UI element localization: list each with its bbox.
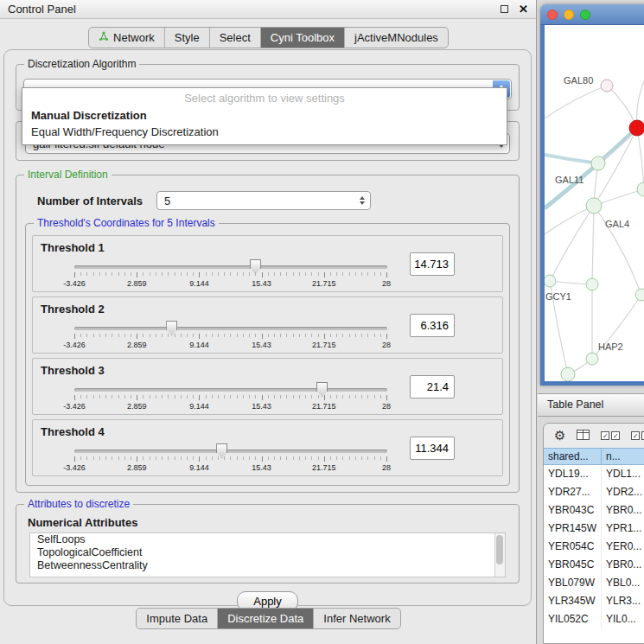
- tab-discretize-data[interactable]: Discretize Data: [217, 609, 313, 628]
- table-row[interactable]: YBR045CYBR0...: [544, 556, 644, 574]
- table-cell[interactable]: YDR2...: [602, 483, 644, 501]
- axis-label: -3.426: [63, 402, 86, 411]
- network-node[interactable]: [586, 278, 598, 290]
- table-cell[interactable]: YDL19...: [544, 465, 602, 483]
- network-node[interactable]: [635, 289, 644, 301]
- group-title: Discretization Algorithm: [24, 58, 139, 70]
- column-header-name[interactable]: n...: [602, 448, 644, 465]
- float-window-icon[interactable]: [501, 5, 508, 13]
- slider-track[interactable]: [74, 450, 387, 453]
- tab-infer-network[interactable]: Infer Network: [313, 609, 399, 628]
- slider-track[interactable]: [74, 388, 387, 392]
- network-window-titlebar[interactable]: [540, 4, 644, 25]
- network-node[interactable]: [586, 353, 598, 365]
- tab-label: Select: [220, 31, 251, 44]
- network-canvas[interactable]: GAL80GAL11GAL4GCY1HAP2: [545, 25, 644, 381]
- table-cell[interactable]: YIL0...: [602, 610, 644, 628]
- table-browser-window: ⚙ ✓ ✓ ✓ shared... n... YDL19...YDL1...YD…: [543, 423, 644, 644]
- table-row[interactable]: YBL079WYBL0...: [544, 574, 644, 592]
- table-cell[interactable]: YPR145W: [544, 520, 602, 538]
- table-cell[interactable]: YPR1...: [602, 520, 644, 538]
- table-cell[interactable]: YBL079W: [544, 574, 602, 592]
- network-node[interactable]: [591, 156, 605, 170]
- threshold-slider[interactable]: -3.4262.8599.14415.4321.71528: [74, 320, 387, 353]
- table-cell[interactable]: YBL0...: [602, 574, 644, 592]
- dropdown-option-equal-width[interactable]: Equal Width/Frequency Discretization: [22, 124, 507, 140]
- axis-label: -3.426: [63, 279, 86, 288]
- slider-track[interactable]: [74, 265, 387, 269]
- attributes-scrollbar[interactable]: [494, 533, 505, 577]
- slider-track[interactable]: [74, 327, 387, 330]
- table-cell[interactable]: YIL052C: [544, 610, 602, 628]
- threshold-slider[interactable]: -3.4262.8599.14415.4321.71528: [74, 443, 387, 475]
- tab-select[interactable]: Select: [209, 28, 260, 48]
- tab-label: Style: [175, 31, 200, 44]
- gear-icon[interactable]: ⚙: [554, 428, 565, 443]
- threshold-value-field[interactable]: [410, 252, 455, 276]
- threshold-value-field[interactable]: [410, 437, 455, 460]
- zoom-traffic-light-icon[interactable]: [580, 10, 590, 20]
- close-traffic-light-icon[interactable]: [547, 10, 558, 20]
- table-cell[interactable]: YBR0...: [602, 556, 644, 574]
- list-item[interactable]: SelfLoops: [30, 533, 505, 546]
- group-title: Interval Definition: [24, 169, 112, 181]
- network-node[interactable]: [629, 120, 644, 136]
- column-header-shared-name[interactable]: shared...: [544, 448, 602, 465]
- tab-style[interactable]: Style: [164, 28, 209, 48]
- network-node[interactable]: [545, 275, 556, 287]
- network-edge: [545, 206, 594, 234]
- network-svg: GAL80GAL11GAL4GCY1HAP2: [545, 25, 644, 381]
- threshold-label: Threshold 4: [41, 425, 105, 438]
- select-columns-icon[interactable]: ✓ ✓: [601, 431, 620, 440]
- threshold-panel: Threshold 3 -3.4262.8599.14415.4321.7152…: [32, 358, 503, 415]
- table-cell[interactable]: YBR0...: [602, 501, 644, 520]
- table-panel-titlebar: Table Panel: [538, 393, 644, 417]
- table-cell[interactable]: YER0...: [602, 538, 644, 556]
- table-row[interactable]: YDL19...YDL1...: [544, 465, 644, 483]
- tab-jactivemnodules[interactable]: jActiveMNodules: [344, 28, 448, 48]
- network-node[interactable]: [637, 182, 644, 196]
- tab-cyni-toolbox[interactable]: Cyni Toolbox: [260, 28, 344, 48]
- threshold-label: Threshold 1: [41, 241, 105, 254]
- attributes-list[interactable]: SelfLoopsTopologicalCoefficientBetweenne…: [29, 532, 506, 577]
- select-rows-icon[interactable]: ✓: [631, 431, 644, 440]
- threshold-value-field[interactable]: [410, 314, 455, 337]
- network-node[interactable]: [601, 80, 613, 92]
- list-item[interactable]: TopologicalCoefficient: [30, 546, 505, 559]
- table-row[interactable]: YPR145WYPR1...: [544, 520, 644, 538]
- axis-label: 21.715: [312, 341, 336, 349]
- threshold-slider[interactable]: -3.4262.8599.14415.4321.71528: [74, 258, 387, 291]
- table-row[interactable]: YBR043CYBR0...: [544, 501, 644, 520]
- tab-label: jActiveMNodules: [354, 31, 438, 44]
- threshold-value-field[interactable]: [410, 375, 455, 399]
- minimize-traffic-light-icon[interactable]: [564, 10, 574, 20]
- thresholds-group: Threshold's Coordinates for 5 Intervals …: [25, 223, 510, 486]
- scrollbar-thumb[interactable]: [496, 535, 503, 564]
- table-row[interactable]: YDR27...YDR2...: [544, 483, 644, 501]
- table-cell[interactable]: YLR3...: [602, 592, 644, 610]
- checkbox-icon: ✓: [601, 431, 609, 440]
- network-view-window: GAL80GAL11GAL4GCY1HAP2: [540, 4, 644, 386]
- axis-label: 2.859: [127, 402, 147, 411]
- network-node[interactable]: [586, 198, 602, 214]
- table-cell[interactable]: YBR045C: [544, 556, 602, 574]
- list-item[interactable]: BetweennessCentrality: [30, 559, 505, 572]
- tab-impute-data[interactable]: Impute Data: [137, 609, 217, 628]
- num-intervals-combobox[interactable]: 5: [156, 191, 371, 210]
- network-node[interactable]: [561, 367, 575, 381]
- dropdown-option-manual[interactable]: Manual Discretization: [22, 107, 507, 124]
- table-cell[interactable]: YDR27...: [544, 483, 602, 501]
- table-row[interactable]: YLR345WYLR3...: [544, 592, 644, 610]
- table-cell[interactable]: YLR345W: [544, 592, 602, 610]
- table-row[interactable]: YIL052CYIL0...: [544, 610, 644, 628]
- table-cell[interactable]: YER054C: [544, 538, 602, 556]
- table-row[interactable]: YER054CYER0...: [544, 538, 644, 556]
- threshold-panel: Threshold 2 -3.4262.8599.14415.4321.7152…: [32, 296, 503, 354]
- threshold-slider[interactable]: -3.4262.8599.14415.4321.71528: [74, 381, 387, 414]
- columns-icon[interactable]: [577, 428, 590, 443]
- table-header-row: shared... n...: [544, 448, 644, 465]
- tab-network[interactable]: Network: [89, 28, 164, 48]
- table-cell[interactable]: YDL1...: [602, 465, 644, 483]
- table-cell[interactable]: YBR043C: [544, 501, 602, 520]
- close-icon[interactable]: ✕: [519, 3, 528, 16]
